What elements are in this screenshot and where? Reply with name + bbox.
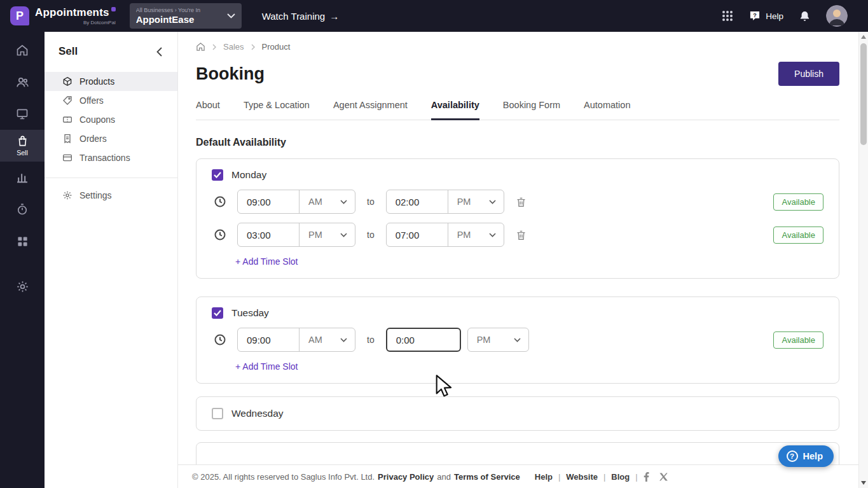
sidebar-item-orders[interactable]: Orders — [45, 129, 177, 148]
start-period-select[interactable]: AM — [299, 190, 355, 213]
add-time-slot-link[interactable]: + Add Time Slot — [212, 361, 298, 372]
end-period-select[interactable]: PM — [448, 190, 504, 213]
copyright-text: © 2025. All rights reserved to Saglus In… — [192, 472, 375, 482]
sidebar-item-coupons[interactable]: Coupons — [45, 110, 177, 129]
app-logo[interactable]: P Appointments By DotcomPal — [10, 6, 116, 25]
breadcrumb-sales[interactable]: Sales — [223, 42, 244, 52]
business-name: AppointEase — [136, 14, 223, 25]
nav-settings[interactable] — [0, 270, 45, 302]
end-period-select[interactable]: PM — [448, 223, 504, 246]
conjunction-text: and — [437, 472, 451, 482]
tab-booking-form[interactable]: Booking Form — [503, 100, 560, 120]
tab-agent-assignment[interactable]: Agent Assignment — [333, 100, 408, 120]
facebook-icon[interactable] — [644, 472, 649, 482]
ticket-icon — [62, 115, 72, 125]
tab-about[interactable]: About — [196, 100, 220, 120]
end-time-input[interactable] — [387, 223, 448, 246]
user-avatar[interactable] — [826, 5, 848, 27]
start-time-input[interactable] — [238, 223, 299, 246]
logo-text: Appointments By DotcomPal — [35, 6, 116, 25]
nav-display[interactable] — [0, 98, 45, 130]
footer-separator — [603, 472, 605, 482]
start-time-input[interactable] — [238, 190, 299, 213]
period-value: AM — [308, 335, 322, 345]
chevron-down-icon — [514, 338, 521, 342]
sidebar-divider — [45, 178, 177, 178]
tab-bar: About Type & Location Agent Assignment A… — [196, 100, 839, 120]
breadcrumb: Sales Product — [196, 42, 839, 52]
sidebar-item-settings[interactable]: Settings — [45, 186, 177, 205]
collapse-sidebar-button[interactable] — [156, 47, 162, 57]
notifications-bell-icon[interactable] — [799, 10, 811, 23]
end-time-input-focused[interactable] — [386, 328, 461, 352]
watch-training-link[interactable]: Watch Training → — [262, 11, 340, 22]
gear-icon — [16, 280, 29, 293]
trash-icon[interactable] — [516, 229, 527, 241]
nav-timer[interactable] — [0, 193, 45, 225]
nav-analytics[interactable] — [0, 162, 45, 193]
sidebar-item-label: Orders — [79, 134, 107, 144]
day-card-monday: Monday AM to PM Available — [196, 158, 839, 279]
end-time-group: PM — [386, 223, 504, 247]
privacy-policy-link[interactable]: Privacy Policy — [378, 472, 434, 482]
footer-blog-link[interactable]: Blog — [611, 472, 630, 482]
tag-icon — [62, 95, 72, 106]
vertical-scrollbar[interactable] — [858, 32, 868, 488]
start-period-select[interactable]: PM — [299, 223, 355, 246]
to-label: to — [367, 197, 375, 207]
breadcrumb-product[interactable]: Product — [262, 42, 291, 52]
day-label: Wednesday — [231, 408, 284, 419]
trash-icon[interactable] — [516, 196, 527, 208]
sidebar-item-transactions[interactable]: Transactions — [45, 148, 177, 167]
sidebar-item-offers[interactable]: Offers — [45, 91, 177, 110]
receipt-icon — [62, 134, 72, 144]
nav-sell[interactable]: Sell — [0, 130, 45, 162]
chevron-down-icon — [489, 233, 496, 237]
tab-type-location[interactable]: Type & Location — [244, 100, 310, 120]
sidebar-item-products[interactable]: Products — [45, 72, 177, 91]
to-label: to — [367, 335, 375, 345]
period-value: AM — [308, 197, 322, 207]
tab-automation[interactable]: Automation — [584, 100, 630, 120]
chevron-right-icon — [251, 44, 255, 50]
chevron-down-icon — [340, 200, 347, 204]
wednesday-checkbox[interactable] — [212, 408, 223, 419]
logo-sup-square — [111, 7, 116, 11]
scroll-down-arrow[interactable] — [861, 481, 866, 485]
period-value: PM — [457, 197, 471, 207]
breadcrumb-home-icon[interactable] — [196, 42, 205, 52]
start-period-select[interactable]: AM — [299, 328, 355, 351]
nav-contacts[interactable] — [0, 66, 45, 98]
scroll-up-arrow[interactable] — [861, 35, 866, 39]
sell-sidebar: Sell Products Offers Coupons Orders Tran… — [45, 32, 178, 488]
sidebar-item-label: Transactions — [79, 153, 130, 163]
add-time-slot-link[interactable]: + Add Time Slot — [212, 256, 298, 267]
sidebar-item-label: Offers — [79, 95, 104, 106]
terms-of-service-link[interactable]: Terms of Service — [454, 472, 520, 482]
publish-button[interactable]: Publish — [778, 62, 839, 86]
arrow-right-icon: → — [329, 11, 339, 22]
footer-help-link[interactable]: Help — [535, 472, 553, 482]
monday-checkbox[interactable] — [212, 169, 223, 181]
sidebar-title: Sell — [59, 45, 78, 58]
nav-home[interactable] — [0, 34, 45, 66]
help-fab-button[interactable]: ? Help — [778, 445, 834, 467]
start-time-input[interactable] — [238, 328, 299, 351]
nav-apps[interactable] — [0, 225, 45, 257]
availability-badge: Available — [773, 331, 823, 349]
help-menu[interactable]: ? Help — [748, 10, 783, 22]
gear-icon — [62, 190, 72, 200]
sidebar-item-label: Settings — [79, 190, 112, 200]
tab-availability[interactable]: Availability — [431, 100, 479, 120]
tuesday-checkbox[interactable] — [212, 307, 223, 319]
x-twitter-icon[interactable] — [659, 473, 668, 481]
business-selector[interactable]: All Businesses › You're In AppointEase — [130, 3, 242, 29]
chevron-down-icon — [227, 13, 235, 18]
end-period-select[interactable]: PM — [467, 328, 529, 352]
scrollbar-thumb[interactable] — [860, 43, 867, 145]
apps-grid-icon[interactable] — [722, 10, 733, 22]
end-time-input[interactable] — [387, 190, 448, 213]
screen-icon — [16, 108, 29, 120]
help-bubble-icon: ? — [748, 10, 761, 22]
footer-website-link[interactable]: Website — [566, 472, 598, 482]
